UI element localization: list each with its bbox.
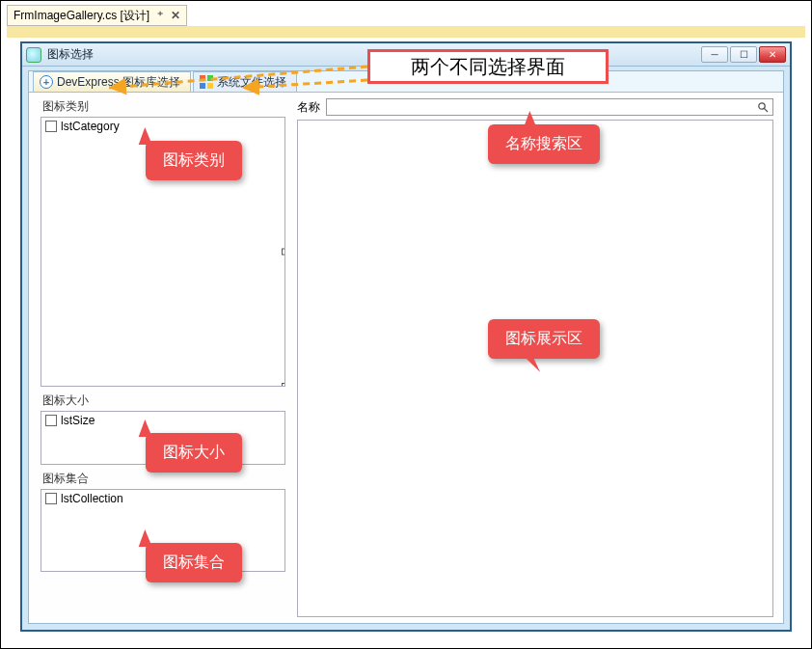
- list-item[interactable]: lstCollection: [41, 490, 284, 507]
- list-item[interactable]: lstCategory: [41, 118, 284, 135]
- resize-handle-icon[interactable]: [282, 249, 285, 256]
- annotation-callout-gallery: 图标展示区: [488, 319, 600, 359]
- annotation-arrow-icon: [97, 59, 377, 97]
- group-label-size: 图标大小: [42, 392, 285, 409]
- close-icon[interactable]: ✕: [171, 9, 180, 22]
- checkbox-icon[interactable]: [45, 493, 57, 504]
- annotation-callout-size: 图标大小: [146, 433, 242, 473]
- devexpress-icon: +: [40, 75, 53, 89]
- list-item-label: lstCategory: [61, 120, 120, 133]
- search-input[interactable]: [331, 99, 769, 115]
- group-label-category: 图标类别: [42, 98, 285, 115]
- svg-line-2: [109, 67, 367, 88]
- search-input-wrapper: [326, 98, 773, 116]
- resize-handle-icon[interactable]: [282, 383, 285, 387]
- form-designer-window: 图标选择 ─ ☐ ✕ + DevExpress 图标库选择 系统文件选择 图标类…: [20, 41, 792, 632]
- checkbox-icon[interactable]: [45, 415, 57, 426]
- close-button[interactable]: ✕: [759, 46, 786, 63]
- search-icon[interactable]: [757, 101, 769, 113]
- list-item-label: lstCollection: [61, 492, 123, 505]
- annotation-callout-collection: 图标集合: [146, 543, 242, 582]
- annotation-two-pages: 两个不同选择界面: [367, 49, 609, 84]
- pin-icon[interactable]: ⁺: [157, 9, 163, 22]
- window-title: 图标选择: [47, 46, 94, 63]
- svg-point-0: [759, 103, 765, 109]
- annotation-callout-search: 名称搜索区: [488, 124, 600, 164]
- maximize-button[interactable]: ☐: [730, 46, 757, 63]
- svg-line-3: [242, 80, 367, 88]
- app-icon: [26, 47, 41, 63]
- search-label: 名称: [297, 99, 320, 116]
- vs-tab-strip-background: [7, 26, 805, 38]
- svg-line-1: [765, 109, 768, 112]
- group-label-collection: 图标集合: [42, 471, 285, 487]
- list-item[interactable]: lstSize: [41, 412, 284, 429]
- vs-document-tab: FrmImageGallery.cs [设计] ⁺ ✕: [7, 5, 187, 26]
- vs-document-filename: FrmImageGallery.cs [设计]: [14, 8, 149, 24]
- minimize-button[interactable]: ─: [701, 46, 728, 63]
- annotation-callout-category: 图标类别: [146, 141, 242, 180]
- list-item-label: lstSize: [61, 414, 95, 427]
- checkbox-icon[interactable]: [45, 121, 57, 132]
